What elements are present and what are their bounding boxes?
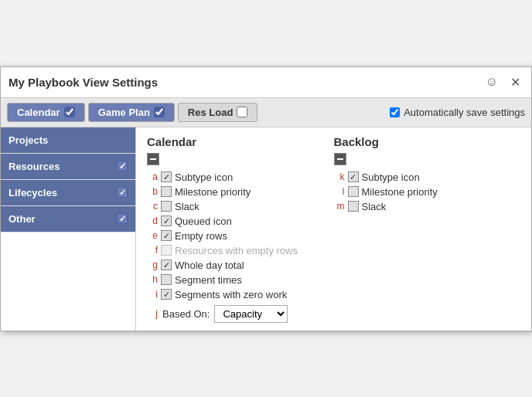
row-letter-a: a xyxy=(147,171,158,182)
main-window: My Playbook View Settings ☺ ✕ Calendar G… xyxy=(0,66,532,331)
row-letter-f: f xyxy=(147,245,158,256)
title-bar: My Playbook View Settings ☺ ✕ xyxy=(1,67,531,98)
sidebar-item-resources[interactable]: Resources xyxy=(1,154,135,180)
row-check-e[interactable] xyxy=(161,230,172,241)
row-letter-h: h xyxy=(147,274,158,285)
row-label-c: Slack xyxy=(175,201,200,212)
row-check-m[interactable] xyxy=(348,201,359,212)
tabs-bar: Calendar Game Plan Res Load Automaticall… xyxy=(1,98,531,127)
main-panel: Calendar a Subtype icon b Milestone prio… xyxy=(136,127,531,331)
calendar-row-f: f Resources with empty rows xyxy=(147,245,334,256)
row-label-m: Slack xyxy=(362,201,387,212)
sidebar-lifecycles-checkbox[interactable] xyxy=(117,187,128,198)
row-check-c[interactable] xyxy=(161,201,172,212)
backlog-row-m: m Slack xyxy=(334,201,521,212)
based-on-select[interactable]: Capacity Hours Effort xyxy=(214,305,288,323)
tab-resload-label: Res Load xyxy=(188,107,234,118)
sidebar-resources-checkbox[interactable] xyxy=(117,161,128,171)
row-letter-m: m xyxy=(334,201,345,212)
sidebar: Projects Resources Lifecycles Other xyxy=(1,127,136,331)
row-label-i: Segments with zero work xyxy=(175,289,287,300)
row-letter-c: c xyxy=(147,201,158,212)
row-check-a[interactable] xyxy=(161,171,172,182)
row-label-g: Whole day total xyxy=(175,260,244,271)
calendar-row-h: h Segment times xyxy=(147,274,334,286)
row-letter-l: l xyxy=(334,186,345,197)
window-title: My Playbook View Settings xyxy=(9,76,158,89)
sidebar-item-lifecycles[interactable]: Lifecycles xyxy=(1,180,135,206)
row-label-d: Queued icon xyxy=(175,215,232,227)
row-check-b[interactable] xyxy=(161,186,172,197)
row-label-h: Segment times xyxy=(175,274,242,286)
row-label-a: Subtype icon xyxy=(175,171,233,183)
tab-gameplan-label: Game Plan xyxy=(98,107,150,118)
tab-calendar[interactable]: Calendar xyxy=(7,103,85,122)
tab-gameplan-checkbox[interactable] xyxy=(154,107,165,117)
row-check-k[interactable] xyxy=(348,171,359,182)
backlog-row-l: l Milestone priority xyxy=(334,186,521,198)
tab-calendar-label: Calendar xyxy=(17,107,60,118)
backlog-master-checkbox-row xyxy=(334,153,521,165)
row-label-e: Empty rows xyxy=(175,230,227,242)
row-check-f[interactable] xyxy=(161,245,172,256)
row-check-d[interactable] xyxy=(161,215,172,226)
calendar-column: Calendar a Subtype icon b Milestone prio… xyxy=(147,135,334,323)
row-letter-i: i xyxy=(147,289,158,300)
row-check-l[interactable] xyxy=(348,186,359,197)
row-letter-g: g xyxy=(147,260,158,270)
backlog-master-checkbox[interactable] xyxy=(334,153,346,165)
title-bar-controls: ☺ ✕ xyxy=(483,73,523,91)
row-label-f: Resources with empty rows xyxy=(175,245,298,256)
calendar-row-d: d Queued icon xyxy=(147,215,334,227)
calendar-row-e: e Empty rows xyxy=(147,230,334,242)
calendar-header: Calendar xyxy=(147,135,334,148)
row-label-k: Subtype icon xyxy=(362,171,420,183)
backlog-column: Backlog k Subtype icon l Milestone prior… xyxy=(334,135,521,323)
sidebar-other-checkbox[interactable] xyxy=(117,213,128,224)
based-on-label: Based On: xyxy=(162,308,210,320)
sidebar-projects-label: Projects xyxy=(9,134,48,146)
auto-save-container: Automatically save settings xyxy=(390,107,525,118)
calendar-master-checkbox[interactable] xyxy=(147,153,159,165)
content-area: Projects Resources Lifecycles Other Cale… xyxy=(1,127,531,331)
row-check-g[interactable] xyxy=(161,260,172,270)
sidebar-lifecycles-label: Lifecycles xyxy=(9,187,57,198)
calendar-row-a: a Subtype icon xyxy=(147,171,334,183)
tab-gameplan[interactable]: Game Plan xyxy=(88,103,175,122)
calendar-master-checkbox-row xyxy=(147,153,334,165)
smiley-icon[interactable]: ☺ xyxy=(483,73,501,90)
calendar-row-g: g Whole day total xyxy=(147,260,334,271)
based-on-row: j Based On: Capacity Hours Effort xyxy=(147,305,334,323)
sidebar-item-other[interactable]: Other xyxy=(1,206,135,232)
row-letter-e: e xyxy=(147,230,158,241)
calendar-row-i: i Segments with zero work xyxy=(147,289,334,300)
calendar-row-b: b Milestone priority xyxy=(147,186,334,198)
row-check-i[interactable] xyxy=(161,289,172,300)
row-letter-j: j xyxy=(147,308,158,319)
close-icon[interactable]: ✕ xyxy=(507,73,523,91)
tab-resload-checkbox[interactable] xyxy=(237,107,247,117)
row-label-b: Milestone priority xyxy=(175,186,251,198)
auto-save-checkbox[interactable] xyxy=(390,107,400,117)
row-label-l: Milestone priority xyxy=(362,186,438,198)
row-letter-d: d xyxy=(147,215,158,226)
sidebar-other-label: Other xyxy=(9,213,36,225)
calendar-row-c: c Slack xyxy=(147,201,334,212)
sidebar-item-projects[interactable]: Projects xyxy=(1,127,135,154)
tab-calendar-checkbox[interactable] xyxy=(64,107,75,117)
row-check-h[interactable] xyxy=(161,274,172,285)
backlog-header: Backlog xyxy=(334,135,521,148)
backlog-row-k: k Subtype icon xyxy=(334,171,521,183)
columns: Calendar a Subtype icon b Milestone prio… xyxy=(147,135,520,323)
row-letter-k: k xyxy=(334,171,345,182)
sidebar-resources-label: Resources xyxy=(9,161,60,172)
tab-resload[interactable]: Res Load xyxy=(178,103,258,122)
row-letter-b: b xyxy=(147,186,158,197)
auto-save-label: Automatically save settings xyxy=(404,107,525,118)
